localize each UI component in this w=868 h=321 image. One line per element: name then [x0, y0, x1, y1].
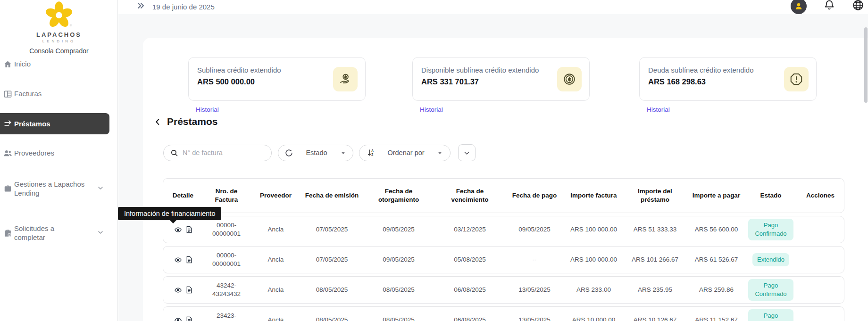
main-panel: Sublínea crédito extendido ARS 500 000.0…: [143, 38, 868, 321]
cell-importe-prestamo: ARS 235.95: [623, 286, 687, 294]
search-input[interactable]: [183, 149, 258, 156]
filters-bar: Estado AZ Ordenar por: [163, 144, 476, 161]
card-deuda-sublinea: Deuda sublínea crédito extendido ARS 168…: [639, 57, 817, 101]
cell-nro-factura: 23423-23423432: [203, 312, 250, 321]
ordenar-por-label: Ordenar por: [387, 149, 424, 156]
hand-coin-icon: [333, 67, 358, 91]
sidebar-item-label: Facturas: [14, 89, 85, 99]
cell-proveedor: Ancla: [250, 316, 301, 321]
cell-fecha-otorgamiento: 08/05/2025: [362, 286, 435, 294]
brand-logo: ® LAPACHOS LENDING Consola Comprador: [0, 1, 118, 55]
historial-link[interactable]: Historial: [196, 106, 219, 113]
table-row: 43242-43243432 Ancla 08/05/2025 08/05/20…: [163, 276, 844, 304]
status-circle-icon: [285, 149, 293, 157]
tooltip-text: Información de financiamiento: [124, 210, 215, 217]
vertical-scrollbar[interactable]: [864, 0, 868, 321]
cell-proveedor: Ancla: [250, 286, 301, 294]
caret-down-icon: [340, 150, 346, 156]
cell-fecha-emision: 08/05/2025: [301, 316, 362, 321]
cell-fecha-otorgamiento: 09/05/2025: [362, 225, 435, 234]
historial-link[interactable]: Historial: [647, 106, 670, 113]
sidebar-item-prestamos[interactable]: Préstamos: [0, 113, 109, 134]
cell-importe-pagar: ARS 11 152.67: [687, 316, 746, 321]
svg-text:®: ®: [70, 24, 72, 27]
cell-importe-prestamo: ARS 10 126.67: [623, 316, 687, 321]
card-disponible-sublinea: Disponible sublínea crédito extendido AR…: [412, 57, 590, 101]
globe-icon[interactable]: [852, 0, 864, 13]
ordenar-por-dropdown[interactable]: AZ Ordenar por: [359, 145, 451, 161]
eye-icon[interactable]: [174, 316, 182, 321]
double-chevron-right-icon[interactable]: [136, 1, 146, 12]
current-date: 19 de junio de 2025: [152, 3, 215, 11]
invoice-search-field[interactable]: [163, 145, 272, 161]
sidebar-item-gestiones[interactable]: Gestiones a Lapachos Lending: [0, 174, 118, 203]
clipboard-check-icon: [2, 228, 13, 238]
cell-importe-pagar: ARS 56 600.00: [687, 225, 746, 234]
eye-icon[interactable]: [174, 286, 182, 294]
coin-circle-icon: [557, 67, 582, 91]
alert-octagon-icon: [784, 67, 809, 91]
cell-fecha-vencimiento: 06/08/2025: [435, 286, 505, 294]
cell-fecha-emision: 08/05/2025: [301, 286, 362, 294]
chevron-down-icon[interactable]: [97, 229, 105, 237]
cell-importe-pagar: ARS 61 526.67: [687, 255, 746, 264]
sort-az-icon: AZ: [367, 148, 375, 157]
scrollbar-thumb[interactable]: [864, 27, 868, 103]
cell-importe-prestamo: ARS 101 266.67: [623, 255, 687, 264]
cell-fecha-emision: 07/05/2025: [301, 225, 362, 234]
user-avatar-icon[interactable]: [791, 0, 807, 14]
sidebar-item-inicio[interactable]: Inicio: [0, 54, 118, 74]
brand-subtitle: LENDING: [0, 39, 118, 43]
sidebar-item-label: Proveedores: [14, 148, 85, 158]
estado-filter-dropdown[interactable]: Estado: [278, 145, 353, 161]
col-header-proveedor: Proveedor: [250, 191, 301, 200]
card-title: Sublínea crédito extendido: [197, 66, 315, 75]
cell-importe-factura: ARS 233.00: [564, 286, 623, 294]
cell-fecha-vencimiento: 03/12/2025: [435, 225, 505, 234]
loans-table: Detalle Nro. de Factura Proveedor Fecha …: [163, 178, 844, 321]
cell-importe-factura: ARS 100 000.00: [564, 225, 623, 234]
col-header-acciones: Acciones: [796, 191, 845, 200]
chevron-left-icon[interactable]: [153, 117, 162, 126]
document-icon[interactable]: [186, 256, 192, 263]
bell-icon[interactable]: [824, 0, 835, 13]
sidebar-item-solicitudes[interactable]: Solicitudes a completar: [0, 219, 118, 247]
status-badge: Extendido: [752, 253, 789, 266]
cell-fecha-pago: --: [505, 255, 564, 264]
cell-fecha-vencimiento: 05/08/2025: [435, 255, 505, 264]
cell-importe-pagar: ARS 259.86: [687, 286, 746, 294]
col-header-importe-prestamo: Importe del préstamo: [623, 187, 687, 204]
table-row: 23423-23423432 Ancla 08/05/2025 08/05/20…: [163, 306, 844, 321]
document-icon[interactable]: [186, 226, 192, 233]
cell-fecha-otorgamiento: 08/05/2025: [362, 316, 435, 321]
col-header-fecha-vencimiento: Fecha de vencimiento: [435, 187, 505, 204]
status-badge: Pago Confirmado: [748, 279, 793, 300]
home-icon: [2, 59, 13, 69]
cell-proveedor: Ancla: [250, 255, 301, 264]
coin-icon: [2, 319, 13, 321]
sidebar-item-partial[interactable]: [0, 314, 118, 321]
cell-nro-factura: 00000-00000001: [203, 251, 250, 268]
eye-icon[interactable]: [174, 226, 182, 234]
col-header-nro-factura: Nro. de Factura: [203, 187, 250, 204]
table-row: 00000-00000001 Ancla 07/05/2025 09/05/20…: [163, 246, 844, 273]
tooltip-caret: [170, 220, 176, 227]
sidebar-item-facturas[interactable]: Facturas: [0, 83, 118, 104]
sidebar-item-proveedores[interactable]: Proveedores: [0, 143, 118, 164]
sidebar: ® LAPACHOS LENDING Consola Comprador Ini…: [0, 0, 118, 321]
table-header-row: Detalle Nro. de Factura Proveedor Fecha …: [163, 178, 844, 213]
eye-icon[interactable]: [174, 256, 182, 264]
cell-nro-factura: 00000-00000001: [203, 221, 250, 238]
more-filters-button[interactable]: [458, 144, 476, 161]
section-header: Préstamos: [153, 116, 217, 127]
cell-fecha-pago: 13/05/2025: [505, 286, 564, 294]
chevron-down-icon[interactable]: [97, 184, 105, 193]
status-badge: Pago Confirmado: [748, 219, 793, 240]
svg-text:Z: Z: [371, 153, 373, 156]
historial-link[interactable]: Historial: [420, 106, 443, 113]
sidebar-item-label: Solicitudes a completar: [14, 224, 85, 242]
svg-text:A: A: [371, 149, 374, 152]
document-icon[interactable]: [186, 286, 192, 294]
document-icon[interactable]: [186, 316, 192, 321]
cell-fecha-emision: 07/05/2025: [301, 255, 362, 264]
